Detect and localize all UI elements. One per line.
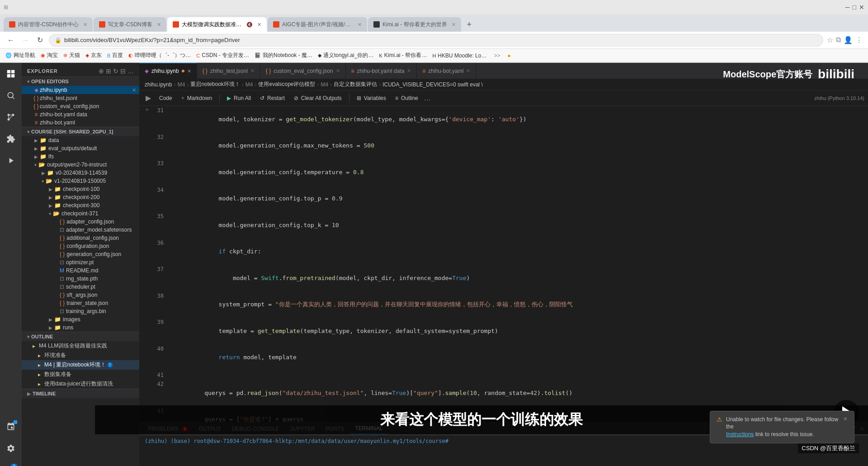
more-actions-btn[interactable]: … xyxy=(127,67,134,75)
bookmark-bilibili[interactable]: ◐ 哔哩哔哩（゜-゜）つ… xyxy=(128,52,191,59)
editor-tab-custom-eval[interactable]: { } custom_eval_config.json ✕ xyxy=(260,63,346,79)
code-area[interactable]: ▷ 31 model, tokenizer = get_model_tokeni… xyxy=(139,106,868,422)
outline-item-main[interactable]: ▸ M4 LLM训练全链路最佳实践 xyxy=(22,341,139,351)
bookmark-baidu[interactable]: B 百度 xyxy=(107,52,123,59)
outline-header[interactable]: ▾ OUTLINE xyxy=(22,332,139,341)
tab-content-manager[interactable]: 内容管理-CSDN创作中心 ✕ xyxy=(4,17,93,32)
refresh-btn[interactable]: ↻ xyxy=(34,35,45,46)
bookmark-notebook[interactable]: 📓 我的Notebook - 魔… xyxy=(255,52,312,59)
bookmark-tmall[interactable]: ⊕ 天猫 xyxy=(63,52,80,59)
collapse-btn[interactable]: ⊟ xyxy=(120,67,126,75)
bookmark-hkbu[interactable]: H HKBU Moodle: Lo… xyxy=(432,52,486,59)
tab-close-editor-4[interactable]: ✕ xyxy=(407,68,411,74)
close-file-icon-1[interactable]: ✕ xyxy=(130,87,137,93)
forward-btn[interactable]: → xyxy=(20,35,31,46)
editor-tab-zhihu[interactable]: ◈ zhihu.ipynb ✕ xyxy=(139,63,197,79)
file-trainer-state[interactable]: { } trainer_state.json xyxy=(22,299,139,307)
extension-btn[interactable]: ⧉ xyxy=(836,36,841,44)
tab-close-2[interactable]: ✕ xyxy=(157,22,161,28)
bookmark-kimi[interactable]: K Kimi.ai - 帮你看… xyxy=(379,52,427,59)
open-editors-header[interactable]: ▾ OPEN EDITORS xyxy=(22,76,139,86)
tree-ckpt300[interactable]: ▶ 📁 checkpoint-300 xyxy=(22,201,139,209)
kernel-info[interactable]: zhihu (Python 3.10.14) xyxy=(814,95,864,101)
star-btn[interactable]: ☆ xyxy=(827,36,833,44)
file-adapter-config[interactable]: { } adapter_config.json xyxy=(22,218,139,226)
file-optimizer[interactable]: ⊡ optimizer.pt xyxy=(22,258,139,266)
outline-item-datajuicer[interactable]: ▸ 使用data-juicer进行数据清洗 xyxy=(22,379,139,389)
tree-ckpt200[interactable]: ▶ 📁 checkpoint-200 xyxy=(22,193,139,201)
refresh-explorer-btn[interactable]: ↻ xyxy=(113,67,118,75)
tree-images-folder[interactable]: ▶ 📁 images xyxy=(22,315,139,323)
back-btn[interactable]: ← xyxy=(5,35,16,46)
explorer-activity-btn[interactable] xyxy=(4,67,18,81)
tree-ckpt100[interactable]: ▶ 📁 checkpoint-100 xyxy=(22,185,139,193)
file-sft-args[interactable]: { } sft_args.json xyxy=(22,291,139,299)
more-toolbar-btn[interactable]: … xyxy=(424,94,431,102)
file-adapter-model[interactable]: ⊡ adapter_model.safetensors xyxy=(22,226,139,234)
extensions-btn[interactable] xyxy=(4,132,18,146)
tree-lfs-folder[interactable]: ▶ 📁 lfs xyxy=(22,152,139,161)
clear-all-btn[interactable]: ⊘ Clear All Outputs xyxy=(290,94,345,103)
breadcrumb-item-5[interactable]: 使用evalscope评估模型 xyxy=(258,81,315,88)
breadcrumb-item-2[interactable]: M4 xyxy=(178,81,185,88)
file-configuration[interactable]: { } configuration.json xyxy=(22,242,139,250)
search-activity-btn[interactable] xyxy=(4,88,18,103)
maximize-btn[interactable]: □ xyxy=(853,4,856,11)
tab-close-editor-3[interactable]: ✕ xyxy=(336,68,340,74)
bookmark-nav[interactable]: 🌐 网址导航 xyxy=(5,52,35,59)
notification-link[interactable]: Instructions xyxy=(726,431,754,437)
tab-aigc[interactable]: AIGC专题-图片/声音/视频/Ager… ✕ xyxy=(268,17,367,32)
editor-tab-test-jsonl[interactable]: { } zhihu_test.jsonl ✕ xyxy=(197,63,260,79)
file-additional-config[interactable]: { } additional_config.json xyxy=(22,234,139,242)
minimize-btn[interactable]: ─ xyxy=(845,4,850,11)
file-training-args[interactable]: ⊡ training_args.bin xyxy=(22,307,139,315)
tab-close-5[interactable]: ✕ xyxy=(452,22,456,28)
tree-v1-folder[interactable]: ▾ 📂 v1-20240819-150005 xyxy=(22,177,139,185)
tab-close-1[interactable]: ✕ xyxy=(83,22,87,28)
run-debug-btn[interactable] xyxy=(4,153,18,168)
breadcrumb-item-6[interactable]: M4 xyxy=(321,81,329,88)
tree-data-folder[interactable]: ▶ 📁 data xyxy=(22,136,139,144)
tab-kimi[interactable]: Kimi.ai - 帮你看更大的世界 ✕ xyxy=(368,17,461,32)
tab-close-4[interactable]: ✕ xyxy=(358,22,362,28)
open-file-zhihu-test[interactable]: { } zhihu_test.jsonl xyxy=(22,94,139,102)
bookmark-jd[interactable]: ◈ 京东 xyxy=(85,52,102,59)
editor-tab-bot-yaml-data[interactable]: ≡ zhihu-bot.yaml data ✕ xyxy=(346,63,417,79)
new-tab-btn[interactable]: + xyxy=(462,17,476,32)
breadcrumb-item-4[interactable]: M4 xyxy=(245,81,253,88)
file-generation-config[interactable]: { } generation_config.json xyxy=(22,250,139,258)
tab-bilibili-video[interactable]: 大模型微调实践数据准备/调… 🔇 ✕ xyxy=(167,17,267,32)
settings-btn[interactable] xyxy=(4,441,18,456)
code-btn[interactable]: Code xyxy=(156,94,176,103)
open-file-zhihu-bot-yaml[interactable]: ≡ zhihu-bot.yaml xyxy=(22,119,139,127)
breadcrumb-item-1[interactable]: zhihu.ipynb xyxy=(145,81,172,88)
open-file-custom-eval[interactable]: { } custom_eval_config.json xyxy=(22,102,139,110)
address-bar[interactable]: 🔒 bilibili.com/video/BV1vuWpezEKx/?p=21&… xyxy=(49,34,823,47)
restart-btn[interactable]: ↺ Restart xyxy=(256,94,288,103)
profile-btn[interactable]: 👤 xyxy=(844,36,853,44)
tree-output-folder[interactable]: ▾ 📂 output/qwen2-7b-instruct xyxy=(22,161,139,169)
bookmark-taobao[interactable]: ◉ 淘宝 xyxy=(41,52,58,59)
remote-btn[interactable] xyxy=(4,419,18,434)
outline-item-restart[interactable]: ▸ M4 | 重启notebook环境！ ! xyxy=(22,360,139,370)
menu-btn[interactable]: ⋮ xyxy=(855,36,863,44)
more-bookmarks[interactable]: >> xyxy=(494,52,500,59)
editor-tab-bot-yaml[interactable]: ≡ zhihu-bot.yaml ✕ xyxy=(417,63,476,79)
tab-write-article[interactable]: 写文章-CSDN博客 ✕ xyxy=(94,17,166,32)
breadcrumb-item-7[interactable]: 自定义数据集评估 xyxy=(334,81,377,88)
bookmark-tongyi[interactable]: ◆ 通义tongyi.ai_你的… xyxy=(318,52,373,59)
tab-close-editor-2[interactable]: ✕ xyxy=(250,68,255,74)
notifications-btn[interactable]: 2 xyxy=(4,463,18,466)
source-control-btn[interactable] xyxy=(4,110,18,124)
outline-item-env[interactable]: ▸ 环境准备 xyxy=(22,351,139,360)
tab-close-editor-1[interactable]: ✕ xyxy=(187,68,191,74)
breadcrumb-item-3[interactable]: 重启notebook环境！ xyxy=(190,81,240,88)
open-file-zhihu-ipynb[interactable]: ◈ zhihu.ipynb ✕ xyxy=(22,86,139,94)
file-scheduler[interactable]: ⊡ scheduler.pt xyxy=(22,283,139,291)
new-file-btn[interactable]: ⊕ xyxy=(99,67,104,75)
variables-btn[interactable]: ⊞ Variables xyxy=(353,94,390,103)
tree-ckpt371[interactable]: ▾ 📂 checkpoint-371 xyxy=(22,209,139,218)
run-cell-btn[interactable]: ▶ xyxy=(143,93,154,103)
bookmark-csdn[interactable]: C CSDN - 专业开发… xyxy=(196,52,249,59)
run-all-btn[interactable]: ▶ Run All xyxy=(223,94,255,103)
